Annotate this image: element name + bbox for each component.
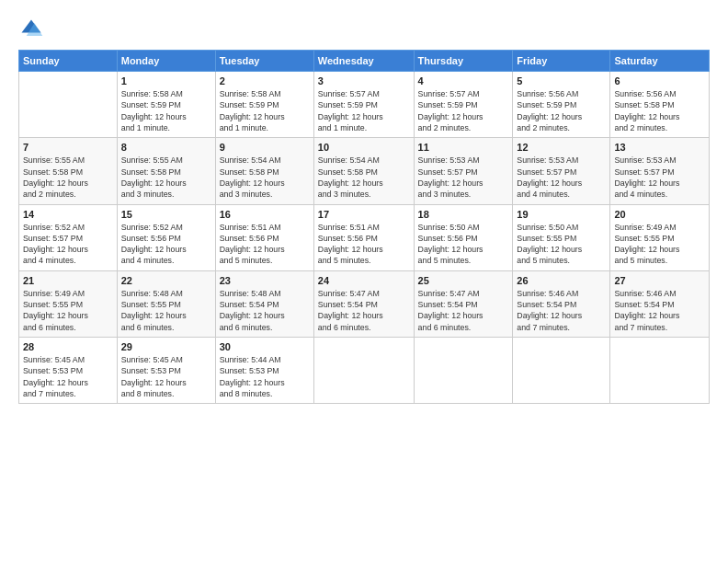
calendar-cell: 12Sunrise: 5:53 AM Sunset: 5:57 PM Dayli… <box>513 138 610 204</box>
week-row-1: 1Sunrise: 5:58 AM Sunset: 5:59 PM Daylig… <box>19 72 710 138</box>
calendar-cell: 6Sunrise: 5:56 AM Sunset: 5:58 PM Daylig… <box>610 72 710 138</box>
week-row-2: 7Sunrise: 5:55 AM Sunset: 5:58 PM Daylig… <box>19 138 710 204</box>
weekday-header-sunday: Sunday <box>19 51 118 72</box>
cell-info: Sunrise: 5:55 AM Sunset: 5:58 PM Dayligh… <box>23 155 113 200</box>
cell-day-number: 7 <box>23 142 113 153</box>
cell-info: Sunrise: 5:45 AM Sunset: 5:53 PM Dayligh… <box>121 354 211 399</box>
cell-info: Sunrise: 5:50 AM Sunset: 5:56 PM Dayligh… <box>418 222 509 267</box>
calendar-cell: 11Sunrise: 5:53 AM Sunset: 5:57 PM Dayli… <box>414 138 513 204</box>
weekday-header-tuesday: Tuesday <box>215 51 313 72</box>
cell-info: Sunrise: 5:46 AM Sunset: 5:54 PM Dayligh… <box>517 288 606 333</box>
calendar-cell: 29Sunrise: 5:45 AM Sunset: 5:53 PM Dayli… <box>117 338 215 404</box>
cell-day-number: 9 <box>220 142 310 153</box>
cell-info: Sunrise: 5:55 AM Sunset: 5:58 PM Dayligh… <box>121 155 211 200</box>
cell-info: Sunrise: 5:49 AM Sunset: 5:55 PM Dayligh… <box>614 222 705 267</box>
calendar-cell: 17Sunrise: 5:51 AM Sunset: 5:56 PM Dayli… <box>313 204 414 270</box>
calendar-cell <box>19 72 118 138</box>
calendar-cell: 16Sunrise: 5:51 AM Sunset: 5:56 PM Dayli… <box>215 204 313 270</box>
calendar-cell: 14Sunrise: 5:52 AM Sunset: 5:57 PM Dayli… <box>19 204 118 270</box>
weekday-header-monday: Monday <box>117 51 215 72</box>
cell-info: Sunrise: 5:48 AM Sunset: 5:55 PM Dayligh… <box>121 288 211 333</box>
cell-day-number: 27 <box>614 275 705 286</box>
cell-info: Sunrise: 5:49 AM Sunset: 5:55 PM Dayligh… <box>23 288 113 333</box>
cell-day-number: 16 <box>220 209 310 220</box>
cell-info: Sunrise: 5:56 AM Sunset: 5:59 PM Dayligh… <box>517 88 606 133</box>
calendar-cell: 22Sunrise: 5:48 AM Sunset: 5:55 PM Dayli… <box>117 270 215 337</box>
cell-day-number: 2 <box>220 75 310 86</box>
cell-day-number: 5 <box>517 75 606 86</box>
calendar-cell: 13Sunrise: 5:53 AM Sunset: 5:57 PM Dayli… <box>610 138 710 204</box>
cell-info: Sunrise: 5:47 AM Sunset: 5:54 PM Dayligh… <box>318 288 410 333</box>
calendar-cell: 24Sunrise: 5:47 AM Sunset: 5:54 PM Dayli… <box>313 270 414 337</box>
cell-day-number: 28 <box>23 341 113 352</box>
calendar-cell: 26Sunrise: 5:46 AM Sunset: 5:54 PM Dayli… <box>513 270 610 337</box>
calendar-cell <box>313 338 414 404</box>
cell-day-number: 24 <box>318 275 410 286</box>
calendar-cell: 25Sunrise: 5:47 AM Sunset: 5:54 PM Dayli… <box>414 270 513 337</box>
calendar-cell: 15Sunrise: 5:52 AM Sunset: 5:56 PM Dayli… <box>117 204 215 270</box>
cell-day-number: 23 <box>220 275 310 286</box>
cell-day-number: 10 <box>318 142 410 153</box>
calendar-cell <box>414 338 513 404</box>
cell-day-number: 15 <box>121 209 211 220</box>
cell-day-number: 21 <box>23 275 113 286</box>
cell-day-number: 30 <box>220 341 310 352</box>
cell-day-number: 3 <box>318 75 410 86</box>
calendar-cell: 27Sunrise: 5:46 AM Sunset: 5:54 PM Dayli… <box>610 270 710 337</box>
cell-info: Sunrise: 5:53 AM Sunset: 5:57 PM Dayligh… <box>614 155 705 200</box>
cell-day-number: 13 <box>614 142 705 153</box>
calendar-cell: 18Sunrise: 5:50 AM Sunset: 5:56 PM Dayli… <box>414 204 513 270</box>
cell-info: Sunrise: 5:51 AM Sunset: 5:56 PM Dayligh… <box>318 222 410 267</box>
calendar-cell <box>610 338 710 404</box>
weekday-header-saturday: Saturday <box>610 51 710 72</box>
calendar-cell: 23Sunrise: 5:48 AM Sunset: 5:54 PM Dayli… <box>215 270 313 337</box>
cell-info: Sunrise: 5:45 AM Sunset: 5:53 PM Dayligh… <box>23 354 113 399</box>
calendar-cell: 1Sunrise: 5:58 AM Sunset: 5:59 PM Daylig… <box>117 72 215 138</box>
weekday-header-row: SundayMondayTuesdayWednesdayThursdayFrid… <box>19 51 710 72</box>
cell-day-number: 25 <box>418 275 509 286</box>
cell-day-number: 11 <box>418 142 509 153</box>
cell-info: Sunrise: 5:53 AM Sunset: 5:57 PM Dayligh… <box>517 155 606 200</box>
calendar-cell: 30Sunrise: 5:44 AM Sunset: 5:53 PM Dayli… <box>215 338 313 404</box>
cell-day-number: 18 <box>418 209 509 220</box>
cell-info: Sunrise: 5:50 AM Sunset: 5:55 PM Dayligh… <box>517 222 606 267</box>
cell-day-number: 22 <box>121 275 211 286</box>
cell-info: Sunrise: 5:58 AM Sunset: 5:59 PM Dayligh… <box>121 88 211 133</box>
cell-info: Sunrise: 5:53 AM Sunset: 5:57 PM Dayligh… <box>418 155 509 200</box>
cell-info: Sunrise: 5:46 AM Sunset: 5:54 PM Dayligh… <box>614 288 705 333</box>
calendar-cell: 19Sunrise: 5:50 AM Sunset: 5:55 PM Dayli… <box>513 204 610 270</box>
calendar-table: SundayMondayTuesdayWednesdayThursdayFrid… <box>18 50 710 404</box>
cell-day-number: 19 <box>517 209 606 220</box>
cell-day-number: 29 <box>121 341 211 352</box>
cell-info: Sunrise: 5:48 AM Sunset: 5:54 PM Dayligh… <box>220 288 310 333</box>
cell-day-number: 17 <box>318 209 410 220</box>
calendar-cell: 3Sunrise: 5:57 AM Sunset: 5:59 PM Daylig… <box>313 72 414 138</box>
cell-day-number: 8 <box>121 142 211 153</box>
logo-icon <box>18 17 44 42</box>
cell-info: Sunrise: 5:58 AM Sunset: 5:59 PM Dayligh… <box>220 88 310 133</box>
calendar-cell: 8Sunrise: 5:55 AM Sunset: 5:58 PM Daylig… <box>117 138 215 204</box>
cell-day-number: 14 <box>23 209 113 220</box>
calendar-cell: 20Sunrise: 5:49 AM Sunset: 5:55 PM Dayli… <box>610 204 710 270</box>
logo <box>18 17 48 42</box>
header <box>18 17 710 42</box>
weekday-header-wednesday: Wednesday <box>313 51 414 72</box>
cell-info: Sunrise: 5:52 AM Sunset: 5:57 PM Dayligh… <box>23 222 113 267</box>
cell-day-number: 20 <box>614 209 705 220</box>
weekday-header-friday: Friday <box>513 51 610 72</box>
calendar-cell <box>513 338 610 404</box>
weekday-header-thursday: Thursday <box>414 51 513 72</box>
calendar-cell: 4Sunrise: 5:57 AM Sunset: 5:59 PM Daylig… <box>414 72 513 138</box>
cell-day-number: 26 <box>517 275 606 286</box>
week-row-4: 21Sunrise: 5:49 AM Sunset: 5:55 PM Dayli… <box>19 270 710 337</box>
cell-day-number: 4 <box>418 75 509 86</box>
cell-day-number: 6 <box>614 75 705 86</box>
cell-info: Sunrise: 5:57 AM Sunset: 5:59 PM Dayligh… <box>418 88 509 133</box>
calendar-cell: 5Sunrise: 5:56 AM Sunset: 5:59 PM Daylig… <box>513 72 610 138</box>
calendar-cell: 9Sunrise: 5:54 AM Sunset: 5:58 PM Daylig… <box>215 138 313 204</box>
cell-info: Sunrise: 5:54 AM Sunset: 5:58 PM Dayligh… <box>318 155 410 200</box>
week-row-3: 14Sunrise: 5:52 AM Sunset: 5:57 PM Dayli… <box>19 204 710 270</box>
cell-info: Sunrise: 5:54 AM Sunset: 5:58 PM Dayligh… <box>220 155 310 200</box>
cell-info: Sunrise: 5:47 AM Sunset: 5:54 PM Dayligh… <box>418 288 509 333</box>
cell-info: Sunrise: 5:51 AM Sunset: 5:56 PM Dayligh… <box>220 222 310 267</box>
